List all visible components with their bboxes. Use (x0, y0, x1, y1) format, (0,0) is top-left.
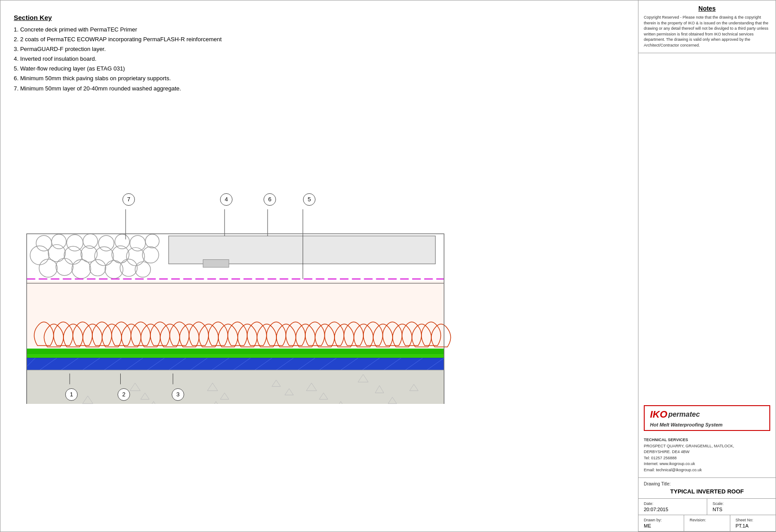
svg-point-8 (39, 259, 57, 277)
revision-label: Revision: (689, 518, 724, 522)
svg-point-15 (36, 235, 51, 251)
drawn-info-row: Drawn by: ME Revision: Sheet No: PT.1A (638, 515, 776, 532)
main-drawing-area: Section Key 1. Concrete deck primed with… (0, 0, 638, 532)
section-key-item: 4. Inverted roof insulation board. (14, 54, 625, 64)
right-panel: Notes Copyright Reserved - Please note t… (638, 0, 776, 532)
email: Email: technical@ikogroup.co.uk (644, 467, 734, 473)
address1: PROSPECT QUARRY, GRANGEMILL, MATLOCK, (644, 443, 734, 450)
notes-text: Copyright Reserved - Please note that th… (644, 15, 770, 48)
logo-container: IKO permatec (650, 409, 764, 420)
drawing-title-label: Drawing Title: (644, 481, 770, 486)
technical-drawing-svg (14, 102, 625, 404)
svg-rect-29 (27, 355, 444, 358)
svg-point-21 (130, 235, 146, 251)
callout-5: 5 (303, 193, 315, 206)
section-key: Section Key 1. Concrete deck primed with… (14, 14, 625, 94)
logo-section: IKO permatec Hot Melt Waterproofing Syst… (638, 401, 776, 478)
title-block: Drawing Title: TYPICAL INVERTED ROOF (638, 478, 776, 499)
svg-rect-26 (27, 281, 444, 348)
svg-rect-28 (27, 348, 444, 355)
svg-point-22 (146, 234, 159, 248)
svg-point-17 (67, 235, 83, 251)
drawing-title-value: TYPICAL INVERTED ROOF (644, 488, 770, 495)
tel: Tel: 01257 256888 (644, 455, 734, 462)
svg-point-9 (56, 258, 73, 275)
callout-7: 7 (122, 193, 135, 206)
section-key-item: 2. 2 coats of PermaTEC ECOWRAP incorpora… (14, 35, 625, 44)
svg-point-2 (64, 246, 82, 264)
svg-point-11 (90, 259, 106, 276)
date-cell: Date: 20:07:2015 (638, 499, 707, 515)
section-key-title: Section Key (14, 14, 625, 21)
spacer (638, 53, 776, 401)
svg-rect-24 (203, 259, 229, 267)
logo-permatec: permatec (668, 411, 700, 419)
drawing-area: 7 4 6 5 1 2 3 (14, 102, 625, 404)
svg-rect-53 (27, 370, 444, 403)
scale-label: Scale: (713, 501, 770, 506)
logo-iko: IKO (650, 409, 667, 420)
page: Section Key 1. Concrete deck primed with… (0, 0, 776, 532)
scale-value: NTS (713, 507, 770, 512)
sheet-value: PT.1A (736, 523, 770, 528)
section-key-item: 6. Minimum 50mm thick paving slabs on pr… (14, 74, 625, 83)
svg-point-10 (72, 259, 91, 278)
section-key-item: 3. PermaGUARD-F protection layer. (14, 44, 625, 54)
internet: Internet: www.ikogroup.co.uk (644, 461, 734, 467)
company-name: TECHNICAL SERVICES (644, 437, 734, 443)
callout-6: 6 (264, 193, 276, 206)
svg-point-7 (142, 246, 159, 263)
contact-info: TECHNICAL SERVICES PROSPECT QUARRY, GRAN… (644, 437, 734, 473)
drawn-by-label: Drawn by: (644, 518, 678, 522)
sheet-cell: Sheet No: PT.1A (730, 515, 776, 531)
logo-subtitle: Hot Melt Waterproofing System (650, 422, 764, 427)
date-value: 20:07:2015 (644, 507, 701, 512)
drawn-by-value: ME (644, 523, 678, 528)
callout-2: 2 (118, 388, 130, 401)
callout-4: 4 (220, 193, 232, 206)
svg-point-0 (30, 246, 49, 265)
date-label: Date: (644, 501, 701, 506)
callout-1: 1 (65, 388, 78, 401)
revision-cell: Revision: (684, 515, 730, 531)
svg-point-14 (135, 262, 150, 277)
svg-point-16 (51, 234, 66, 249)
svg-rect-30 (27, 358, 444, 370)
section-key-item: 7. Minimum 50mm layer of 20-40mm rounded… (14, 84, 625, 94)
section-key-item: 1. Concrete deck primed with PermaTEC Pr… (14, 25, 625, 35)
drawn-by-cell: Drawn by: ME (638, 515, 684, 531)
callout-3: 3 (172, 388, 184, 401)
date-scale-row: Date: 20:07:2015 Scale: NTS (638, 499, 776, 515)
notes-section: Notes Copyright Reserved - Please note t… (638, 0, 776, 53)
address2: DERBYSHIRE. DE4 4BW (644, 449, 734, 455)
sheet-label: Sheet No: (736, 518, 770, 522)
svg-point-20 (115, 234, 130, 249)
scale-cell: Scale: NTS (707, 499, 776, 515)
section-key-list: 1. Concrete deck primed with PermaTEC Pr… (14, 25, 625, 94)
svg-point-19 (98, 235, 114, 251)
notes-title: Notes (644, 5, 770, 12)
section-key-item: 5. Water-flow reducing layer (as ETAG 03… (14, 64, 625, 74)
